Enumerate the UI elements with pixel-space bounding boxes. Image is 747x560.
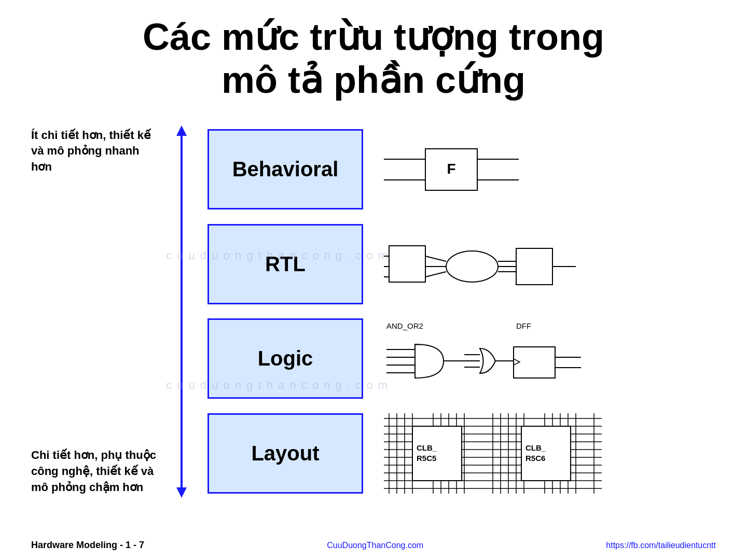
layout-svg: CLB_ R5C5 CLB_ R5C6 — [384, 413, 602, 494]
left-bottom-description: Chi tiết hơn, phụ thuộc công nghệ, thiết… — [31, 447, 161, 495]
left-column: Ít chi tiết hơn, thiết kế và mô phỏng nh… — [31, 117, 166, 516]
layout-label: Layout — [251, 442, 319, 465]
svg-line-9 — [425, 272, 446, 277]
level-boxes-column: Behavioral RTL Logic Layout — [197, 117, 374, 516]
behavioral-box: Behavioral — [208, 129, 363, 209]
behavioral-label: Behavioral — [232, 158, 339, 181]
svg-text:R5C5: R5C5 — [417, 454, 436, 463]
behavioral-svg: F — [384, 138, 550, 201]
footer-left-text: Hardware Modeling - 1 - 7 — [31, 540, 144, 551]
logic-diagram: AND_OR2 DFF — [384, 318, 716, 399]
svg-text:F: F — [447, 161, 455, 177]
footer: Hardware Modeling - 1 - 7 CuuDuongThanCo… — [0, 540, 747, 551]
arrow-down-icon — [176, 487, 187, 498]
svg-text:CLB_: CLB_ — [525, 443, 546, 452]
svg-text:DFF: DFF — [516, 321, 531, 330]
main-content: Ít chi tiết hơn, thiết kế và mô phỏng nh… — [0, 112, 747, 516]
svg-rect-30 — [514, 347, 555, 378]
svg-point-10 — [446, 251, 498, 282]
svg-line-7 — [425, 256, 446, 261]
arrow-column — [166, 117, 197, 516]
logic-svg: AND_OR2 DFF — [384, 318, 591, 399]
svg-text:CLB_: CLB_ — [417, 443, 437, 452]
footer-center-link: CuuDuongThanCong.com — [327, 541, 423, 550]
svg-rect-14 — [516, 248, 552, 285]
svg-text:AND_OR2: AND_OR2 — [386, 321, 423, 330]
logic-label: Logic — [258, 347, 313, 370]
logic-box: Logic — [208, 318, 363, 399]
behavioral-diagram: F — [384, 129, 716, 209]
title-line2: mô tả phần cứng — [31, 59, 716, 102]
svg-text:R5C6: R5C6 — [525, 454, 545, 463]
title-line1: Các mức trừu tượng trong — [31, 16, 716, 59]
rtl-svg — [384, 228, 581, 300]
layout-diagram: CLB_ R5C5 CLB_ R5C6 — [384, 413, 716, 494]
svg-rect-6 — [389, 246, 425, 282]
footer-right-link: https://fb.com/tailieudientucntt — [606, 541, 716, 550]
diagrams-column: F — [374, 117, 716, 516]
arrow-line — [181, 128, 183, 496]
title-section: Các mức trừu tượng trong mô tả phần cứng — [0, 0, 747, 112]
rtl-box: RTL — [208, 224, 363, 304]
rtl-label: RTL — [265, 253, 306, 276]
left-top-description: Ít chi tiết hơn, thiết kế và mô phỏng nh… — [31, 128, 161, 175]
rtl-diagram — [384, 224, 716, 304]
layout-box: Layout — [208, 413, 363, 494]
